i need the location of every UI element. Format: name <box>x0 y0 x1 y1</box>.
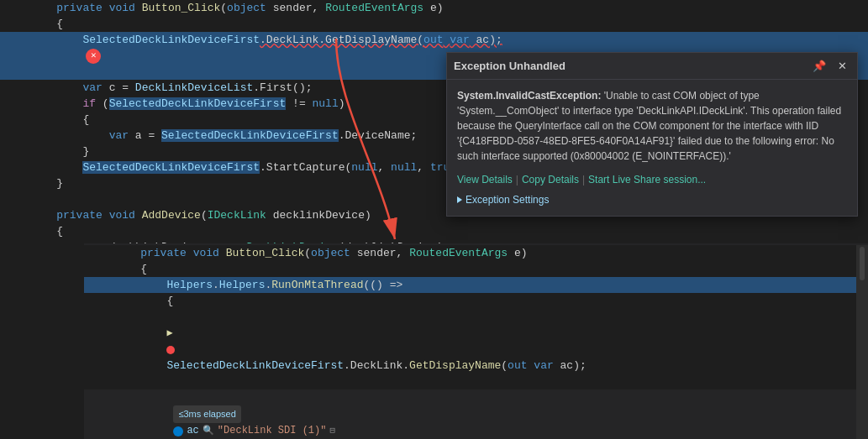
error-icon: ✕ <box>86 49 101 64</box>
debug-value: ac 🔍 "DeckLink SDI (1)" ⊟ <box>173 423 335 439</box>
pin-button[interactable]: 📌 <box>809 58 829 74</box>
breakpoint-icon <box>166 346 175 354</box>
code-line: private void Button_Click(object sender,… <box>0 0 868 16</box>
exception-title: Exception Unhandled <box>454 60 566 72</box>
chevron-right-icon <box>457 196 462 203</box>
view-details-link[interactable]: View Details <box>457 172 513 187</box>
exception-settings[interactable]: Exception Settings <box>457 192 847 207</box>
exception-header: Exception Unhandled 📌 ✕ <box>447 53 857 80</box>
code-line: { <box>0 16 868 32</box>
code-line: { <box>0 223 868 239</box>
debug-info-line: ≤3ms elapsed ac 🔍 "DeckLink SDI (1)" ⊟ <box>84 389 868 439</box>
top-code-editor: private void Button_Click(object sender,… <box>0 0 868 243</box>
current-line: ▶ SelectedDeckLinkDeviceFirst.DeckLink.G… <box>84 309 868 389</box>
code-line: { <box>84 261 868 277</box>
live-share-link[interactable]: Start Live Share session... <box>588 172 706 187</box>
exception-popup: Exception Unhandled 📌 ✕ System.InvalidCa… <box>446 52 858 217</box>
code-line: private void Button_Click(object sender,… <box>84 245 868 261</box>
copy-details-link[interactable]: Copy Details <box>522 172 579 187</box>
exception-body: System.InvalidCastException: 'Unable to … <box>447 80 857 216</box>
exception-type-text: System.InvalidCastException: 'Unable to … <box>457 88 847 164</box>
debug-dot-icon <box>173 426 183 436</box>
scrollbar[interactable] <box>856 245 868 439</box>
exception-header-icons: 📌 ✕ <box>809 58 850 74</box>
code-line: { <box>84 293 868 309</box>
highlighted-code-line: Helpers.Helpers.RunOnMtaThread(() => <box>84 277 868 293</box>
elapsed-badge: ≤3ms elapsed <box>173 405 240 423</box>
exception-links: View Details | Copy Details | Start Live… <box>457 172 847 187</box>
scrollbar-thumb[interactable] <box>860 247 865 280</box>
close-exception-button[interactable]: ✕ <box>834 58 850 74</box>
bottom-code-editor: private void Button_Click(object sender,… <box>84 243 868 439</box>
